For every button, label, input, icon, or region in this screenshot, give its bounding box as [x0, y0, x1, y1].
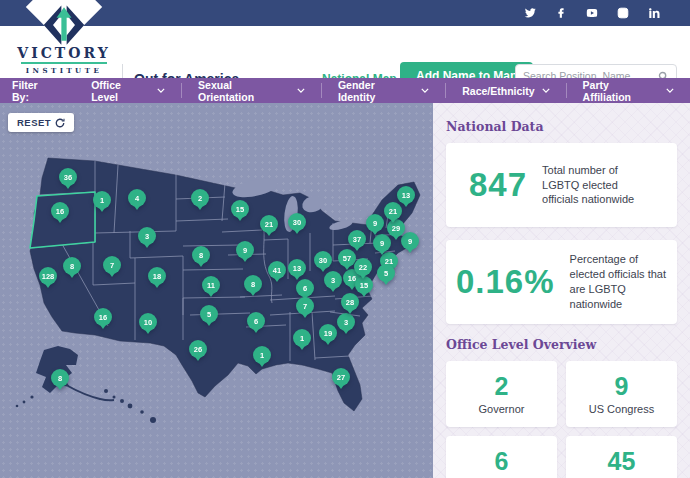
map-pin-MO[interactable]: 8	[244, 275, 262, 293]
refresh-icon	[55, 118, 65, 128]
filter-party-affiliation-label: Party Affiliation	[583, 79, 660, 103]
map-pin-IL[interactable]: 41	[268, 261, 286, 279]
office-card-governor: 2 Governor	[446, 361, 557, 427]
map-pin-count: 37	[353, 235, 361, 244]
map-pin-VT[interactable]: 21	[384, 202, 402, 220]
logo-subtitle: INSTITUTE	[14, 66, 114, 75]
governor-label: Governor	[479, 403, 525, 415]
map-pin-RI[interactable]: 5	[377, 264, 395, 282]
stat-card-percentage: 0.16% Percentage of elected officials th…	[446, 240, 677, 324]
map-pin-count: 8	[251, 280, 255, 289]
map-pin-count: 3	[331, 276, 335, 285]
out-for-america-app: Out for America National Map Add Name to…	[0, 0, 690, 478]
map-pin-TX[interactable]: 26	[189, 340, 207, 358]
map-pin-AL[interactable]: 1	[293, 329, 311, 347]
map-pin-count: 27	[337, 373, 345, 382]
map-pin-count: 57	[343, 254, 351, 263]
map-pin-count: 9	[380, 239, 384, 248]
map-pin-NJ[interactable]: 22	[354, 258, 372, 276]
map-pin-SD[interactable]: 8	[192, 246, 210, 264]
chevron-down-icon	[157, 88, 165, 93]
total-officials-desc: Total number of LGBTQ elected officials …	[542, 163, 654, 208]
reset-label: RESET	[17, 117, 51, 128]
map-pin-WI[interactable]: 21	[260, 215, 278, 233]
filter-bar: Filter By: Office Level Sexual Orientati…	[0, 78, 690, 103]
office-card-us-congress: 9 US Congress	[566, 361, 677, 427]
map-pin-WV[interactable]: 3	[324, 271, 342, 289]
map-pin-ND[interactable]: 2	[191, 189, 209, 207]
map-pin-FL[interactable]: 27	[332, 368, 350, 386]
twitter-icon[interactable]	[523, 7, 536, 20]
map-pin-count: 16	[99, 313, 107, 322]
filter-office-level[interactable]: Office Level	[75, 83, 182, 98]
national-map-canvas[interactable]: 3616142838128718161026511159861214130136…	[0, 103, 433, 478]
map-pin-LA[interactable]: 1	[253, 346, 271, 364]
map-pin-count: 5	[384, 269, 388, 278]
map-pin-count: 8	[58, 374, 62, 383]
map-pin-WA[interactable]: 36	[59, 168, 77, 186]
map-pin-CO[interactable]: 18	[148, 267, 166, 285]
map-pin-ID[interactable]: 1	[93, 191, 111, 209]
map-pin-NY[interactable]: 37	[348, 230, 366, 248]
office-level-overview-title: Office Level Overview	[446, 337, 677, 352]
map-pin-IN[interactable]: 13	[288, 259, 306, 277]
map-pin-NC[interactable]: 28	[341, 293, 359, 311]
map-pin-count: 5	[207, 310, 211, 319]
reset-button[interactable]: RESET	[8, 113, 74, 132]
office-card-mayor: 45 Mayor	[566, 436, 677, 478]
map-pin-AZ[interactable]: 16	[94, 308, 112, 326]
map-pin-OR[interactable]: 16	[51, 202, 69, 220]
victory-institute-logo[interactable]: VICTORY INSTITUTE	[14, 0, 114, 75]
map-pin-count: 4	[135, 194, 139, 203]
instagram-icon[interactable]	[616, 7, 629, 20]
map-pin-MT[interactable]: 4	[128, 189, 146, 207]
map-pin-count: 128	[42, 272, 55, 281]
map-pin-count: 7	[110, 261, 114, 270]
map-pin-UT[interactable]: 7	[103, 256, 121, 274]
map-pin-AR[interactable]: 6	[247, 312, 265, 330]
sidebar: National Data 847 Total number of LGBTQ …	[433, 103, 690, 478]
filter-sexual-orientation-label: Sexual Orientation	[198, 79, 290, 103]
filter-party-affiliation[interactable]: Party Affiliation	[567, 83, 690, 98]
map-pin-count: 6	[303, 284, 307, 293]
map-pin-OH[interactable]: 30	[314, 251, 332, 269]
map-pin-OK[interactable]: 5	[200, 305, 218, 323]
map-pin-count: 15	[236, 205, 244, 214]
map-pin-GA[interactable]: 19	[319, 324, 337, 342]
filter-race-ethnicity[interactable]: Race/Ethnicity	[446, 83, 566, 98]
map-pin-IA[interactable]: 9	[236, 241, 254, 259]
statewide-count: 6	[495, 448, 509, 474]
facebook-icon[interactable]	[554, 7, 567, 20]
filter-sexual-orientation[interactable]: Sexual Orientation	[182, 83, 322, 98]
map-pin-count: 21	[265, 220, 273, 229]
map-pin-TN[interactable]: 7	[296, 297, 314, 315]
map-pin-count: 8	[199, 251, 203, 260]
map-pin-NM[interactable]: 10	[139, 313, 157, 331]
map-pin-MN[interactable]: 15	[231, 200, 249, 218]
map-pin-WY[interactable]: 3	[138, 227, 156, 245]
hawaii	[104, 389, 156, 423]
chevron-down-icon	[421, 88, 429, 93]
map-pin-KS[interactable]: 11	[202, 276, 220, 294]
map-pin-AK[interactable]: 8	[51, 369, 69, 387]
linkedin-icon[interactable]	[647, 7, 660, 20]
map-pin-CA[interactable]: 128	[39, 267, 57, 285]
percentage-desc: Percentage of elected officials that are…	[570, 252, 667, 311]
map-pin-MA-E[interactable]: 9	[401, 232, 419, 250]
governor-count: 2	[495, 373, 509, 399]
map-pin-count: 41	[273, 266, 281, 275]
youtube-icon[interactable]	[585, 7, 598, 20]
map-pin-MI[interactable]: 30	[288, 213, 306, 231]
map-pin-count: 13	[402, 191, 410, 200]
map-pin-NV[interactable]: 8	[63, 257, 81, 275]
filter-gender-identity[interactable]: Gender Identity	[322, 83, 446, 98]
chevron-down-icon	[542, 88, 550, 93]
map-pin-count: 26	[194, 345, 202, 354]
chevron-down-icon	[666, 88, 674, 93]
map-pin-count: 10	[144, 318, 152, 327]
map-pin-NY-N[interactable]: 9	[366, 214, 384, 232]
map-pin-count: 2	[198, 194, 202, 203]
map-pin-ME[interactable]: 13	[397, 186, 415, 204]
map-pin-KY[interactable]: 6	[296, 279, 314, 297]
map-pin-count: 9	[243, 246, 247, 255]
